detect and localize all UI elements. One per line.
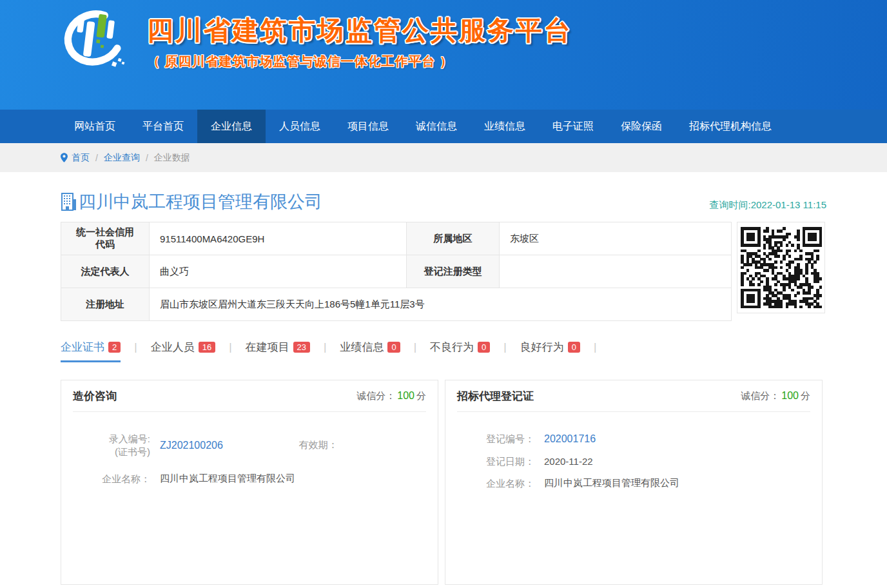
tab-separator: | xyxy=(134,340,137,354)
breadcrumb: 首页 / 企业查询 / 企业数据 xyxy=(61,143,826,172)
company-name-heading: 四川中岚工程项目管理有限公司 xyxy=(79,190,322,213)
registration-no-label: 登记编号： xyxy=(484,433,534,446)
validity-label: 有效期： xyxy=(299,439,338,451)
location-pin-icon xyxy=(61,153,68,162)
registration-no-link[interactable]: 202001716 xyxy=(544,433,596,445)
nav-item-site-home[interactable]: 网站首页 xyxy=(61,110,129,143)
breadcrumb-enterprise-search-link[interactable]: 企业查询 xyxy=(104,152,140,164)
count-badge: 23 xyxy=(293,342,310,353)
nav-item-credit-info[interactable]: 诚信信息 xyxy=(402,110,471,143)
nav-item-platform-home[interactable]: 平台首页 xyxy=(129,110,197,143)
tab-separator: | xyxy=(594,340,596,354)
count-badge: 0 xyxy=(478,342,490,353)
entry-no-label: 录入编号: (证书号) xyxy=(100,433,150,458)
credit-score: 诚信分：100分 xyxy=(356,390,426,402)
nav-item-enterprise-info[interactable]: 企业信息 xyxy=(197,110,266,143)
nav-item-bidding-agency-info[interactable]: 招标代理机构信息 xyxy=(676,110,785,143)
query-time: 查询时间:2022-01-13 11:15 xyxy=(710,199,827,213)
qr-code xyxy=(737,222,825,313)
tab-separator: | xyxy=(414,340,416,354)
nav-item-e-certificate[interactable]: 电子证照 xyxy=(539,110,607,143)
count-badge: 2 xyxy=(108,342,121,353)
address-label: 注册地址 xyxy=(61,288,150,321)
legal-rep-value: 曲义巧 xyxy=(150,255,407,288)
card-title: 造价咨询 xyxy=(73,389,117,404)
tab-good-behavior[interactable]: 良好行为 0 xyxy=(520,340,580,362)
score-value: 100 xyxy=(397,390,414,401)
registration-date-label: 登记日期： xyxy=(484,455,534,468)
score-value: 100 xyxy=(781,390,799,401)
company-title: 四川中岚工程项目管理有限公司 xyxy=(61,190,322,213)
building-icon xyxy=(61,193,77,211)
count-badge: 16 xyxy=(199,342,215,353)
company-name-label: 企业名称： xyxy=(100,473,150,485)
region-label: 所属地区 xyxy=(407,222,500,255)
table-row: 法定代表人 曲义巧 登记注册类型 xyxy=(61,255,732,288)
table-row: 注册地址 眉山市东坡区眉州大道东三段天天向上186号5幢1单元11层3号 xyxy=(61,288,732,321)
company-name-value: 四川中岚工程项目管理有限公司 xyxy=(544,477,679,489)
tab-separator: | xyxy=(229,340,231,354)
region-value: 东坡区 xyxy=(500,222,732,255)
tab-enterprise-personnel[interactable]: 企业人员 16 xyxy=(151,340,215,362)
certificate-no-link[interactable]: ZJ202100206 xyxy=(160,440,223,451)
legal-rep-label: 法定代表人 xyxy=(61,255,150,288)
nav-item-performance-info[interactable]: 业绩信息 xyxy=(471,110,539,143)
table-row: 统一社会信用代码 91511400MA6420GE9H 所属地区 东坡区 xyxy=(61,222,732,255)
breadcrumb-separator: / xyxy=(95,153,98,163)
card-title: 招标代理登记证 xyxy=(457,389,534,404)
site-subtitle: （ 原四川省建筑市场监管与诚信一体化工作平台 ） xyxy=(147,53,572,70)
page-header: 四川省建筑市场监管公共服务平台 （ 原四川省建筑市场监管与诚信一体化工作平台 ） xyxy=(0,0,887,110)
credit-code-value: 91511400MA6420GE9H xyxy=(150,222,407,255)
company-name-label: 企业名称： xyxy=(484,477,534,490)
breadcrumb-bar: 首页 / 企业查询 / 企业数据 xyxy=(0,143,887,172)
company-info-table: 统一社会信用代码 91511400MA6420GE9H 所属地区 东坡区 法定代… xyxy=(61,222,732,321)
nav-item-project-info[interactable]: 项目信息 xyxy=(334,110,402,143)
company-name-value: 四川中岚工程项目管理有限公司 xyxy=(160,473,295,485)
credit-code-label: 统一社会信用代码 xyxy=(61,222,150,255)
reg-type-value xyxy=(500,255,732,288)
tab-bad-behavior[interactable]: 不良行为 0 xyxy=(430,340,490,362)
nav-item-insurance-guarantee[interactable]: 保险保函 xyxy=(607,110,676,143)
breadcrumb-current: 企业数据 xyxy=(154,152,190,164)
detail-tabs: 企业证书 2 | 企业人员 16 | 在建项目 23 | 业绩信息 0 | 不良… xyxy=(61,340,826,362)
count-badge: 0 xyxy=(387,342,400,353)
tab-separator: | xyxy=(503,340,506,354)
main-nav: 网站首页 平台首页 企业信息 人员信息 项目信息 诚信信息 业绩信息 电子证照 … xyxy=(0,110,887,143)
platform-logo-icon xyxy=(54,4,133,83)
nav-item-personnel-info[interactable]: 人员信息 xyxy=(266,110,334,143)
tab-projects-under-construction[interactable]: 在建项目 23 xyxy=(246,340,310,362)
bidding-agency-registration-card: 招标代理登记证 诚信分：100分 登记编号： 202001716 登记日期： 2… xyxy=(445,380,823,585)
site-title: 四川省建筑市场监管公共服务平台 xyxy=(147,13,572,48)
breadcrumb-home-link[interactable]: 首页 xyxy=(72,152,90,164)
reg-type-label: 登记注册类型 xyxy=(407,255,500,288)
breadcrumb-separator: / xyxy=(146,153,148,163)
cost-consulting-certificate-card: 造价咨询 诚信分：100分 录入编号: (证书号) ZJ202100206 有效… xyxy=(61,380,438,585)
count-badge: 0 xyxy=(568,342,580,353)
address-value: 眉山市东坡区眉州大道东三段天天向上186号5幢1单元11层3号 xyxy=(150,288,732,321)
registration-date-value: 2020-11-22 xyxy=(544,456,593,467)
tab-enterprise-certificates[interactable]: 企业证书 2 xyxy=(61,340,121,362)
tab-separator: | xyxy=(324,340,326,354)
credit-score: 诚信分：100分 xyxy=(741,390,810,402)
tab-performance-info[interactable]: 业绩信息 0 xyxy=(340,340,400,362)
